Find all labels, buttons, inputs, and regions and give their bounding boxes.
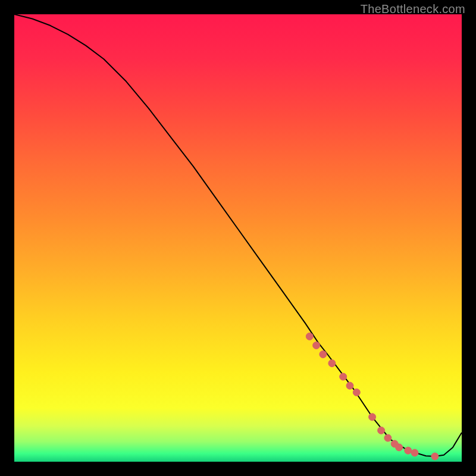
curve-marker <box>346 382 353 389</box>
curve-marker <box>353 389 360 396</box>
curve-marker <box>384 434 392 441</box>
curve-marker <box>369 414 376 421</box>
plot-background <box>14 14 462 462</box>
chart-container: TheBottleneck.com <box>0 0 476 476</box>
curve-marker <box>396 444 403 451</box>
curve-marker <box>378 427 385 434</box>
curve-marker <box>405 447 412 454</box>
curve-marker <box>328 360 336 367</box>
curve-marker <box>411 449 418 456</box>
curve-marker <box>320 351 327 358</box>
curve-marker <box>313 342 320 349</box>
curve-marker <box>340 373 347 380</box>
curve-marker <box>306 333 313 340</box>
plot-svg <box>0 0 476 476</box>
curve-marker <box>431 453 439 460</box>
